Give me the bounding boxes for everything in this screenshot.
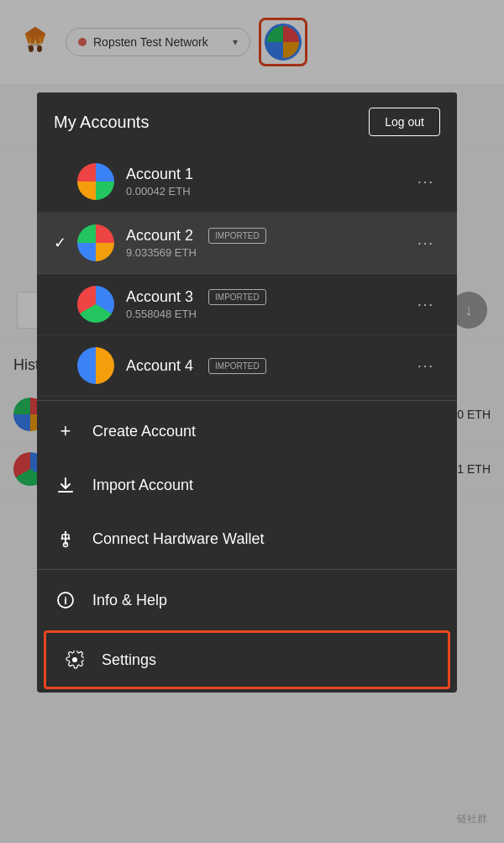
imported-badge-4: IMPORTED <box>208 358 266 374</box>
more-options-3[interactable]: ⋯ <box>410 291 440 318</box>
settings-label: Settings <box>102 651 156 669</box>
plus-icon: + <box>54 419 77 443</box>
overlay: My Accounts Log out Account 1 0.00042 ET… <box>0 0 504 843</box>
create-account-label: Create Account <box>92 423 196 440</box>
info-help-label: Info & Help <box>92 592 167 609</box>
account-name-4: Account 4 <box>126 357 193 375</box>
account-item-4[interactable]: Account 4 IMPORTED ⋯ <box>37 335 457 397</box>
import-account-label: Import Account <box>92 477 193 494</box>
settings-item[interactable]: Settings <box>46 633 448 687</box>
info-icon: i <box>54 588 77 612</box>
imported-badge-3: IMPORTED <box>208 289 266 305</box>
account-info-3: Account 3 IMPORTED 0.558048 ETH <box>126 288 410 320</box>
svg-rect-17 <box>58 491 73 493</box>
account-avatar-2 <box>77 224 114 261</box>
settings-gear-icon <box>63 648 87 672</box>
create-account-item[interactable]: + Create Account <box>37 404 457 458</box>
info-help-item[interactable]: i Info & Help <box>37 573 457 627</box>
account-avatar-4 <box>77 347 114 384</box>
account-balance-2: 9.033569 ETH <box>126 246 410 259</box>
divider-2 <box>37 569 457 570</box>
account-item-1[interactable]: Account 1 0.00042 ETH ⋯ <box>37 151 457 213</box>
account-balance-1: 0.00042 ETH <box>126 185 410 198</box>
check-mark-2: ✓ <box>54 234 74 252</box>
account-item-3[interactable]: Account 3 IMPORTED 0.558048 ETH ⋯ <box>37 274 457 335</box>
account-info-4: Account 4 IMPORTED <box>126 357 410 375</box>
account-name-1: Account 1 <box>126 166 410 183</box>
more-options-4[interactable]: ⋯ <box>410 352 440 379</box>
account-name-2: Account 2 <box>126 227 193 245</box>
panel-title: My Accounts <box>54 113 149 132</box>
connect-hardware-wallet-item[interactable]: Connect Hardware Wallet <box>37 512 457 566</box>
more-options-2[interactable]: ⋯ <box>410 229 440 256</box>
logout-button[interactable]: Log out <box>369 108 440 136</box>
imported-badge-2: IMPORTED <box>208 228 266 244</box>
usb-icon <box>54 527 77 551</box>
svg-text:i: i <box>64 594 67 607</box>
import-account-item[interactable]: Import Account <box>37 458 457 512</box>
account-avatar-3 <box>77 286 114 323</box>
divider-1 <box>37 400 457 401</box>
settings-item-wrapper: Settings <box>44 630 450 689</box>
account-item-2[interactable]: ✓ Account 2 IMPORTED 9.033569 ETH ⋯ <box>37 213 457 274</box>
connect-hardware-label: Connect Hardware Wallet <box>92 530 264 548</box>
account-balance-3: 0.558048 ETH <box>126 308 410 320</box>
account-info-1: Account 1 0.00042 ETH <box>126 166 410 198</box>
account-name-3: Account 3 <box>126 288 193 306</box>
panel-header: My Accounts Log out <box>37 92 457 151</box>
more-options-1[interactable]: ⋯ <box>410 168 440 195</box>
account-info-2: Account 2 IMPORTED 9.033569 ETH <box>126 227 410 259</box>
account-avatar-1 <box>77 163 114 200</box>
accounts-list: Account 1 0.00042 ETH ⋯ ✓ Account 2 IMPO… <box>37 151 457 397</box>
accounts-dropdown-panel: My Accounts Log out Account 1 0.00042 ET… <box>37 92 457 693</box>
import-icon <box>54 473 77 497</box>
